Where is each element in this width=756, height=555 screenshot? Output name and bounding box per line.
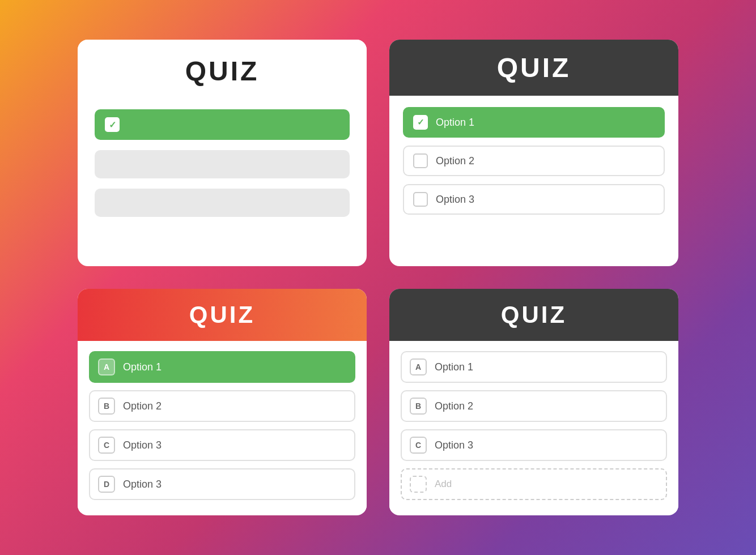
card4-option-3[interactable]: C Option 3 (401, 429, 667, 461)
card2-option-3-label: Option 3 (436, 194, 474, 206)
card1-option-3[interactable] (95, 189, 350, 217)
card4-option-1[interactable]: A Option 1 (401, 351, 667, 383)
card2-option-1-label: Option 1 (436, 117, 474, 129)
card3-option-1-label: Option 1 (123, 361, 162, 373)
card3-option-3[interactable]: C Option 3 (89, 429, 355, 461)
card3-header: QUIZ (78, 289, 367, 341)
checkbox-3-icon (413, 192, 428, 207)
letter-a-box: A (410, 358, 427, 375)
card4-title: QUIZ (401, 301, 667, 328)
card2-option-2-label: Option 2 (436, 155, 474, 167)
checkbox-checked-icon (105, 117, 120, 132)
card2-title: QUIZ (401, 52, 667, 83)
card4-body: A Option 1 B Option 2 C Option 3 Add (389, 341, 678, 513)
letter-dashed-box (410, 476, 427, 493)
card3-option-4-label: Option 3 (123, 479, 162, 490)
card1-option-1[interactable] (95, 109, 350, 140)
card2-option-3[interactable]: Option 3 (403, 184, 665, 215)
card4-option-1-label: Option 1 (435, 361, 473, 373)
card3-option-1[interactable]: A Option 1 (89, 351, 355, 383)
card3-option-3-label: Option 3 (123, 439, 162, 451)
checkbox-2-icon (413, 153, 428, 168)
letter-c-box: C (410, 437, 427, 454)
card2-option-2[interactable]: Option 2 (403, 146, 665, 176)
quiz-grid: QUIZ QUIZ Option 1 Option 2 Opt (66, 28, 690, 527)
card3-title: QUIZ (89, 301, 355, 328)
letter-b-box: B (410, 398, 427, 415)
card3-option-2-label: Option 2 (123, 400, 162, 412)
letter-d-box: D (98, 476, 115, 493)
card2: QUIZ Option 1 Option 2 Option 3 (389, 40, 678, 266)
card3: QUIZ A Option 1 B Option 2 C Option 3 D … (78, 289, 367, 515)
card3-body: A Option 1 B Option 2 C Option 3 D Optio… (78, 341, 367, 513)
card2-body: Option 1 Option 2 Option 3 (389, 96, 678, 229)
card4-option-2-label: Option 2 (435, 400, 473, 412)
card4-add-option[interactable]: Add (401, 468, 667, 500)
card1-title: QUIZ (89, 56, 355, 87)
card1-body (78, 98, 367, 234)
card4-add-label: Add (435, 479, 452, 490)
letter-b-box: B (98, 398, 115, 415)
card1-option-2[interactable] (95, 150, 350, 178)
card4-option-3-label: Option 3 (435, 439, 473, 451)
card4-header: QUIZ (389, 289, 678, 341)
checkbox-1-icon (413, 115, 428, 130)
card1-header: QUIZ (78, 40, 367, 98)
card3-option-2[interactable]: B Option 2 (89, 390, 355, 422)
card3-option-4[interactable]: D Option 3 (89, 468, 355, 500)
card4-option-2[interactable]: B Option 2 (401, 390, 667, 422)
card1: QUIZ (78, 40, 367, 266)
letter-a-box: A (98, 358, 115, 375)
card2-header: QUIZ (389, 40, 678, 96)
card2-option-1[interactable]: Option 1 (403, 107, 665, 138)
card4: QUIZ A Option 1 B Option 2 C Option 3 Ad… (389, 289, 678, 515)
letter-c-box: C (98, 437, 115, 454)
